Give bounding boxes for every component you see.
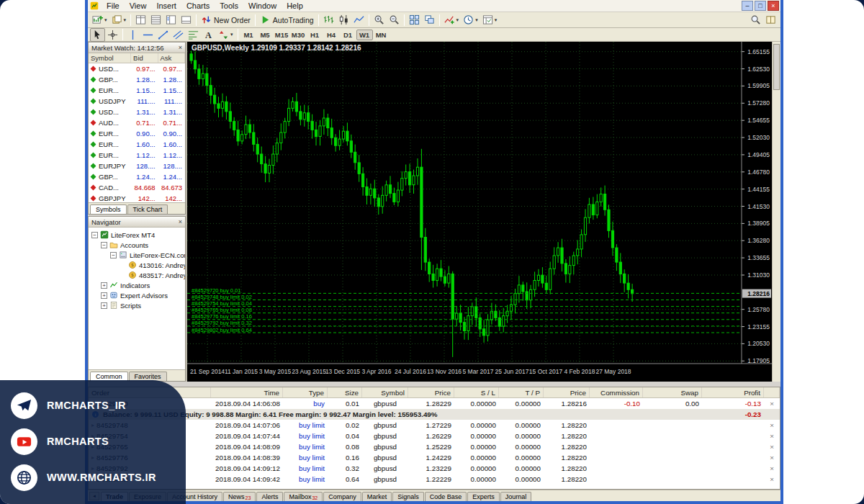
symbol-row[interactable]: USD...0.97...0.97...: [89, 63, 185, 74]
tile-windows-button[interactable]: [407, 13, 422, 27]
channel-button[interactable]: [171, 28, 186, 42]
order-row[interactable]: ▸845297482018.09.04 14:07:06buy limit0.0…: [89, 420, 780, 431]
close-order-button[interactable]: ×: [764, 474, 780, 485]
close-order-button[interactable]: ×: [764, 452, 780, 463]
periods-button[interactable]: ▾: [461, 13, 480, 27]
expand-icon[interactable]: +: [101, 302, 107, 309]
price-chart[interactable]: #84529720 buy 0.01#84529748 buy limit 0.…: [187, 42, 772, 382]
menu-view[interactable]: View: [125, 1, 152, 11]
chevron-down-icon[interactable]: ▾: [456, 17, 459, 23]
close-button[interactable]: ×: [768, 1, 779, 11]
close-order-button[interactable]: ×: [764, 431, 780, 441]
timeframe-mn[interactable]: MN: [373, 30, 390, 40]
menu-insert[interactable]: Insert: [151, 1, 181, 11]
symbol-row[interactable]: CAD...84.66884.673: [89, 182, 185, 193]
navigator-item-liteforex-mt4[interactable]: −LiteForex MT4: [89, 230, 185, 240]
collapse-icon[interactable]: −: [101, 242, 107, 248]
navigator-item-413016-andrey-s[interactable]: $413016: Andrey S: [89, 260, 185, 270]
search-button[interactable]: [748, 13, 763, 27]
chevron-down-icon[interactable]: ▾: [124, 17, 127, 23]
terminal-tab-journal[interactable]: Journal: [500, 492, 532, 501]
terminal-tab-market[interactable]: Market: [362, 492, 392, 501]
zoom-out-button[interactable]: [387, 13, 402, 27]
timeframe-m5[interactable]: M5: [257, 30, 274, 40]
timeframe-m1[interactable]: M1: [240, 30, 257, 40]
collapse-icon[interactable]: −: [91, 232, 98, 238]
scrollbar-thumb[interactable]: [773, 44, 780, 90]
chevron-down-icon[interactable]: ▾: [104, 17, 107, 23]
timeframe-m30[interactable]: M30: [290, 30, 307, 40]
symbol-row[interactable]: EURJPY128....128....: [89, 161, 185, 171]
cascade-windows-button[interactable]: [422, 13, 437, 27]
new-chart-button[interactable]: ▾: [90, 13, 109, 27]
trendline-button[interactable]: [156, 28, 171, 42]
close-order-button[interactable]: ×: [764, 441, 780, 452]
new-order-button[interactable]: New Order: [199, 13, 253, 27]
terminal-toggle-button[interactable]: [179, 13, 194, 27]
navigator-item-indicators[interactable]: +Indicators: [89, 280, 185, 290]
close-order-button[interactable]: ×: [764, 463, 780, 474]
market-watch-tab-symbols[interactable]: Symbols: [90, 204, 127, 214]
order-row[interactable]: ▸845297762018.09.04 14:08:39buy limit0.1…: [89, 452, 780, 463]
menu-file[interactable]: File: [102, 1, 125, 11]
menu-tools[interactable]: Tools: [215, 1, 243, 11]
menu-window[interactable]: Window: [243, 1, 282, 11]
line-chart-button[interactable]: [351, 13, 366, 27]
terminal-tab-mailbox[interactable]: Mailbox32: [284, 492, 323, 501]
terminal-tab-code-base[interactable]: Code Base: [425, 492, 467, 501]
close-icon[interactable]: ×: [179, 44, 182, 51]
timeframe-h4[interactable]: H4: [323, 30, 340, 40]
navigator-item-483517-andrey-s[interactable]: $483517: Andrey S: [89, 270, 185, 280]
menu-charts[interactable]: Charts: [181, 1, 215, 11]
chart-scrollbar[interactable]: [772, 42, 780, 382]
crosshair-button[interactable]: [105, 28, 120, 42]
navigator-item-accounts[interactable]: −Accounts: [89, 240, 185, 250]
symbol-row[interactable]: GBPJPY142...142...: [89, 193, 185, 202]
indicators-button[interactable]: ▾: [442, 13, 462, 27]
timeframe-w1[interactable]: W1: [356, 30, 373, 40]
symbol-row[interactable]: GBP...1.28...1.28...: [89, 74, 185, 85]
cursor-button[interactable]: [90, 28, 105, 42]
restore-button[interactable]: □: [755, 1, 766, 11]
timeframe-d1[interactable]: D1: [340, 30, 356, 40]
timeframe-m15[interactable]: M15: [274, 30, 290, 40]
zoom-in-button[interactable]: [372, 13, 387, 27]
data-window-toggle-button[interactable]: [148, 13, 163, 27]
symbol-row[interactable]: EUR...0.90...0.90...: [89, 128, 185, 139]
symbol-row[interactable]: EUR...1.60...1.60...: [89, 139, 185, 150]
terminal-tab-news[interactable]: News23: [223, 492, 256, 501]
help-book-button[interactable]: [763, 13, 778, 27]
fibonacci-button[interactable]: [186, 28, 201, 42]
collapse-icon[interactable]: −: [110, 252, 117, 258]
symbol-row[interactable]: USD...1.31...1.31...: [89, 107, 185, 117]
close-order-button[interactable]: ×: [764, 398, 780, 409]
navigator-toggle-button[interactable]: [163, 13, 179, 27]
symbol-row[interactable]: USDJPY111....111....: [89, 96, 185, 107]
bar-chart-button[interactable]: [321, 13, 336, 27]
navigator-item-expert-advisors[interactable]: +Expert Advisors: [89, 290, 185, 300]
terminal-tab-company[interactable]: Company: [323, 492, 361, 501]
order-row[interactable]: ▸845297542018.09.04 14:07:44buy limit0.0…: [89, 431, 780, 441]
order-row[interactable]: ▸845298022018.09.04 14:09:42buy limit0.6…: [89, 474, 780, 485]
horizontal-line-button[interactable]: [140, 28, 156, 42]
arrows-button[interactable]: ▾: [216, 28, 235, 42]
market-watch-tab-tick-chart[interactable]: Tick Chart: [127, 204, 168, 214]
navigator-item-scripts[interactable]: +Scripts: [89, 300, 185, 310]
timeframe-h1[interactable]: H1: [307, 30, 323, 40]
chevron-down-icon[interactable]: ▾: [475, 17, 478, 23]
symbol-row[interactable]: AUD...0.71...0.71...: [89, 117, 185, 128]
close-order-button[interactable]: ×: [764, 420, 780, 431]
profiles-button[interactable]: ▾: [109, 13, 129, 27]
terminal-tab-signals[interactable]: Signals: [392, 492, 424, 501]
order-row[interactable]: ▸845297202018.09.04 14:06:08buy0.01gbpus…: [89, 398, 780, 409]
market-watch-toggle-button[interactable]: [133, 13, 148, 27]
menu-help[interactable]: Help: [282, 1, 308, 11]
candle-chart-button[interactable]: [336, 13, 351, 27]
expand-icon[interactable]: +: [101, 292, 107, 299]
navigator-item-liteforex-ecn-com[interactable]: −LiteForex-ECN.com: [89, 250, 185, 260]
templates-button[interactable]: ▾: [480, 13, 500, 27]
minimize-button[interactable]: –: [742, 1, 753, 11]
chevron-down-icon[interactable]: ▾: [495, 17, 498, 23]
terminal-tab-alerts[interactable]: Alerts: [256, 492, 283, 501]
vertical-line-button[interactable]: [125, 28, 140, 42]
